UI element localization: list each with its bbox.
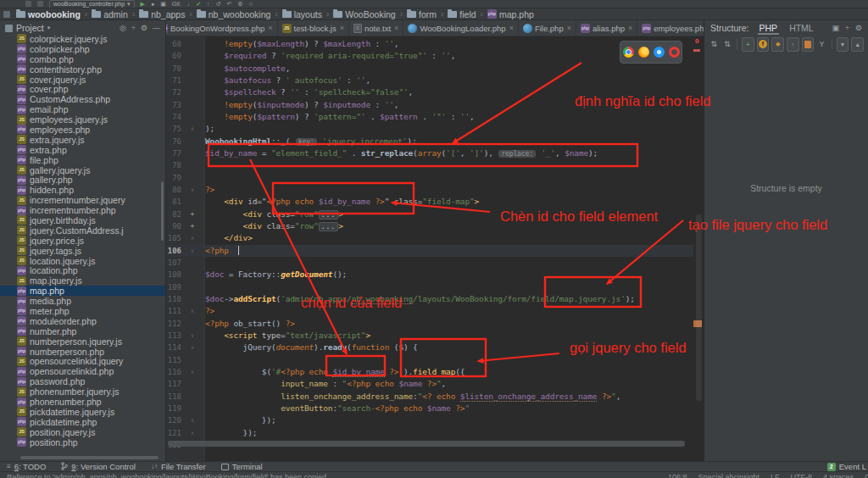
- breadcrumb-item[interactable]: admin: [90, 9, 130, 19]
- coverage-icon[interactable]: ▣: [160, 0, 166, 8]
- tree-item[interactable]: CustomAddress.php: [0, 94, 165, 104]
- breadcrumb-item[interactable]: WooBooking: [331, 9, 397, 19]
- project-horizontal-scrollbar[interactable]: [20, 456, 159, 459]
- editor-tab[interactable]: alias.php×: [576, 20, 637, 36]
- tree-item[interactable]: position.php: [0, 437, 165, 447]
- filter-icon[interactable]: Y: [816, 38, 827, 51]
- tree-item[interactable]: phonenumber.php: [0, 397, 165, 407]
- code-line[interactable]: <div class="row"...>: [205, 208, 704, 220]
- tree-item[interactable]: jquery.birthday.js: [0, 215, 165, 225]
- code-line[interactable]: $autofocus ? ' autofocus' : '',: [205, 75, 704, 86]
- code-line[interactable]: [205, 257, 704, 269]
- breadcrumb-item[interactable]: map.php: [486, 9, 536, 19]
- project-vertical-scrollbar[interactable]: [161, 181, 164, 241]
- tree-item[interactable]: location.php: [0, 265, 165, 275]
- fold-marker[interactable]: ∧: [181, 232, 203, 244]
- editor-tab[interactable]: note.txt×: [349, 20, 403, 36]
- fold-marker[interactable]: ∨: [181, 366, 203, 378]
- toolwindow-button-todo[interactable]: ≡6: TODO: [7, 462, 46, 471]
- tree-item[interactable]: opensourcelinkid.jquery: [0, 357, 165, 367]
- tree-item[interactable]: employees.jquery.js: [0, 114, 165, 125]
- status-widget[interactable]: LF: [771, 473, 780, 478]
- code-line[interactable]: });: [205, 427, 704, 439]
- tree-item[interactable]: gallery.jquery.js: [0, 165, 165, 175]
- tree-item[interactable]: pickdatetime.php: [0, 417, 165, 427]
- code-line[interactable]: $autocomplete,: [205, 63, 704, 75]
- settings-icon[interactable]: ⚙: [237, 0, 242, 8]
- tree-item[interactable]: jquery.CustomAddress.j: [0, 225, 165, 236]
- tree-item[interactable]: position.jquery.js: [0, 427, 165, 437]
- show-fields-icon[interactable]: +: [742, 37, 754, 52]
- status-widget[interactable]: 4 spaces: [823, 473, 854, 478]
- status-widget[interactable]: UTF-8: [791, 473, 813, 478]
- show-methods-icon[interactable]: f: [757, 37, 770, 52]
- git-commit-icon[interactable]: ✔: [196, 0, 201, 8]
- code-line[interactable]: <div id="<?php echo $id_by_name ?>" clas…: [205, 196, 704, 208]
- code-line[interactable]: <?php: [205, 245, 704, 257]
- tree-item[interactable]: extra.jquery.js: [0, 135, 165, 145]
- fold-marker[interactable]: ∧: [181, 305, 203, 317]
- tree-item[interactable]: number.php: [0, 326, 165, 336]
- fold-marker[interactable]: ∧: [181, 414, 203, 426]
- code-line[interactable]: $('#<?php echo $id_by_name ?>').field_ma…: [205, 366, 704, 378]
- code-line[interactable]: $doc->addScript('admin/nb_apps/nb_wooboo…: [205, 293, 704, 305]
- run-configuration-select[interactable]: wooBooking_controller.php ▾: [49, 0, 135, 8]
- status-widget[interactable]: Special abcinsight: [698, 473, 760, 478]
- code-line[interactable]: );: [205, 123, 704, 135]
- code-line[interactable]: $doc = Factory::getDocument();: [205, 269, 704, 281]
- tree-item[interactable]: incrementnumber.php: [0, 205, 165, 215]
- save-all-icon[interactable]: [37, 1, 43, 7]
- tab-close-icon[interactable]: ×: [340, 24, 344, 32]
- hide-panel-icon[interactable]: —: [153, 24, 160, 32]
- toolwindow-button-version-control[interactable]: 9: Version Control: [61, 462, 136, 472]
- tree-item[interactable]: map.php: [0, 286, 165, 296]
- code-line[interactable]: !empty($inputmode) ? $inputmode : '',: [205, 99, 704, 111]
- debug-icon[interactable]: ●: [151, 0, 154, 8]
- editor-vertical-scrollbar[interactable]: [696, 214, 702, 401]
- git-update-icon[interactable]: ↓: [187, 0, 191, 8]
- tree-item[interactable]: cover.jquery.js: [0, 75, 165, 85]
- git-push-icon[interactable]: ↑: [207, 0, 210, 8]
- tree-item[interactable]: employees.php: [0, 125, 165, 135]
- tree-item[interactable]: colorpicker.php: [0, 44, 165, 54]
- show-private-icon[interactable]: [802, 37, 815, 52]
- collapse-all-icon[interactable]: ÷: [845, 24, 849, 32]
- event-log-button[interactable]: 2Event L: [827, 462, 866, 471]
- tree-item[interactable]: cover.php: [0, 84, 165, 94]
- tab-close-icon[interactable]: ×: [268, 24, 272, 32]
- code-line[interactable]: ?>: [205, 305, 704, 317]
- tree-item[interactable]: meter.php: [0, 306, 165, 316]
- status-widget[interactable]: Git: master: [865, 473, 868, 478]
- tree-item[interactable]: map.jquery.js: [0, 275, 165, 286]
- tab-close-icon[interactable]: ×: [394, 24, 398, 32]
- firefox-browser-icon[interactable]: [638, 47, 649, 58]
- fold-marker[interactable]: +: [181, 208, 203, 220]
- fold-marker[interactable]: ∨: [181, 342, 203, 353]
- tree-item[interactable]: contenthistory.php: [0, 64, 165, 75]
- tree-item[interactable]: incrementnumber.jquery: [0, 195, 165, 205]
- sort-alphabetically-icon[interactable]: ⇅: [709, 38, 720, 51]
- locate-icon[interactable]: ◎: [120, 24, 126, 32]
- undo-icon[interactable]: ↶: [226, 0, 231, 8]
- code-area[interactable]: 6869707172737475∧7677787980∨8182+90+105∧…: [166, 36, 704, 461]
- code-line[interactable]: [205, 281, 704, 293]
- chrome-browser-icon[interactable]: [623, 47, 634, 58]
- editor-horizontal-scrollbar[interactable]: [168, 441, 685, 447]
- code-line[interactable]: eventButton:"search-<?php echo $name ?>": [205, 403, 704, 414]
- editor-tab[interactable]: BookingOnWordpress.php×: [166, 20, 278, 36]
- code-line[interactable]: WoobookingHtml::_( key: 'jquery.incremen…: [205, 136, 704, 147]
- tree-item[interactable]: combo.php: [0, 54, 165, 64]
- tab-close-icon[interactable]: ×: [567, 24, 571, 32]
- tree-item[interactable]: hidden.php: [0, 185, 165, 195]
- breadcrumb-item[interactable]: nb_apps: [137, 9, 186, 19]
- breadcrumb-item[interactable]: field: [446, 9, 477, 19]
- code-line[interactable]: !empty($pattern) ? 'pattern="' . $patter…: [205, 111, 704, 123]
- tree-item[interactable]: extra.php: [0, 145, 165, 155]
- tree-item[interactable]: location.jquery.js: [0, 256, 165, 266]
- editor-tab[interactable]: WooBookingLoader.php×: [403, 20, 519, 36]
- code-line[interactable]: [205, 172, 704, 184]
- safari-browser-icon[interactable]: [654, 47, 665, 58]
- code-line[interactable]: listen_onchange_address_name:"<? echo $l…: [205, 391, 704, 403]
- tab-close-icon[interactable]: ×: [628, 24, 632, 32]
- autoscroll-to-source-icon[interactable]: ▼: [837, 37, 849, 52]
